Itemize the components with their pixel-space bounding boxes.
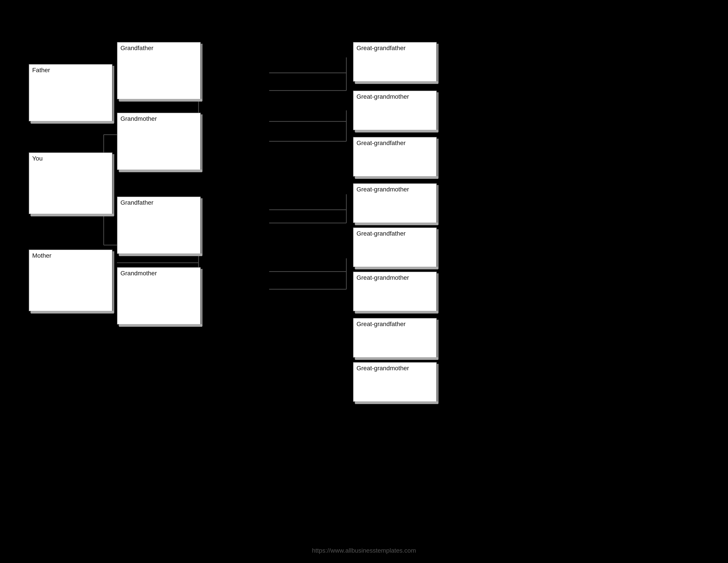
mother-shadow — [31, 311, 114, 314]
ggm3-shadow — [355, 311, 438, 314]
you-label: You — [29, 153, 112, 163]
grandmother1-shadow — [119, 169, 202, 172]
grandmother1-box: Grandmother — [117, 113, 201, 170]
great-grandfather1-label: Great-grandfather — [353, 42, 436, 53]
great-grandmother1-label: Great-grandmother — [353, 91, 436, 102]
grandmother1-label: Grandmother — [117, 113, 200, 124]
ggm1-shadow — [355, 130, 438, 132]
father-shadow — [31, 121, 114, 124]
father-label: Father — [29, 64, 112, 75]
mother-box: Mother — [29, 249, 113, 311]
footer-url: https://www.allbusinesstemplates.com — [312, 547, 416, 554]
great-grandmother1-box: Great-grandmother — [353, 90, 437, 130]
great-grandmother2-box: Great-grandmother — [353, 183, 437, 223]
you-shadow — [31, 214, 114, 216]
grandfather2-shadow — [119, 253, 202, 256]
great-grandmother4-label: Great-grandmother — [353, 363, 436, 373]
grandfather2-box: Grandfather — [117, 196, 201, 254]
great-grandfather3-box: Great-grandfather — [353, 227, 437, 267]
great-grandmother2-label: Great-grandmother — [353, 184, 436, 194]
ggm2-shadow — [355, 222, 438, 225]
great-grandfather3-label: Great-grandfather — [353, 228, 436, 238]
father-box: Father — [29, 64, 113, 121]
great-grandmother4-box: Great-grandmother — [353, 362, 437, 402]
great-grandfather4-label: Great-grandfather — [353, 319, 436, 329]
ggf2-shadow — [355, 176, 438, 179]
great-grandmother3-box: Great-grandmother — [353, 271, 437, 311]
grandmother2-box: Grandmother — [117, 267, 201, 325]
ggf3-shadow — [355, 267, 438, 269]
great-grandfather2-label: Great-grandfather — [353, 137, 436, 148]
grandfather1-label: Grandfather — [117, 42, 200, 53]
grandfather2-label: Grandfather — [117, 197, 200, 207]
great-grandfather1-box: Great-grandfather — [353, 42, 437, 82]
grandmother2-label: Grandmother — [117, 267, 200, 278]
great-grandfather4-box: Great-grandfather — [353, 318, 437, 358]
grandmother2-shadow — [119, 324, 202, 327]
great-grandmother3-label: Great-grandmother — [353, 272, 436, 283]
ggm4-shadow — [355, 401, 438, 404]
grandfather1-shadow — [119, 99, 202, 102]
grandfather1-box: Grandfather — [117, 42, 201, 99]
ggf4-shadow — [355, 357, 438, 360]
mother-label: Mother — [29, 250, 112, 260]
chart-container: Father You Mother Grandfather Grandmothe… — [22, 29, 706, 541]
you-box: You — [29, 152, 113, 214]
ggf1-shadow — [355, 81, 438, 84]
great-grandfather2-box: Great-grandfather — [353, 137, 437, 177]
